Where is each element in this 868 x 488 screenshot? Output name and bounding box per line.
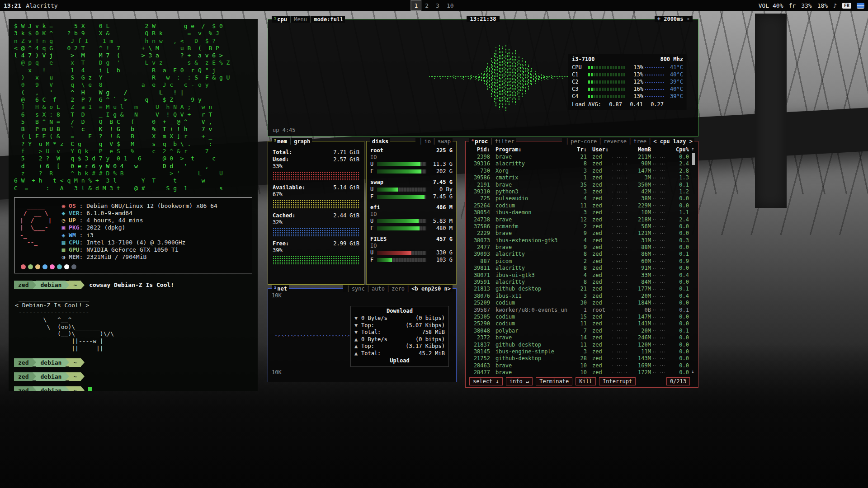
cpu-graph-bar (448, 76, 449, 79)
proc-row[interactable]: 2372brave14zed246M0.0 (469, 334, 689, 341)
dotted-leader (653, 317, 669, 318)
prompt-arrow-icon (66, 358, 69, 366)
workspace-button-10[interactable]: 10 (443, 0, 458, 11)
cpu-panel-name[interactable]: cpu (277, 16, 287, 23)
proc-row[interactable]: 21837github-desktop11zed120M0.0 (469, 342, 689, 348)
cpu-graph-bar (475, 75, 476, 79)
proc-row[interactable]: 2398brave21zed211M0.0 (469, 154, 689, 160)
scroll-up-icon[interactable]: ↑ (691, 146, 694, 152)
proc-row[interactable]: 38054ibus-daemon3zed10M1.1 (469, 209, 689, 216)
net-scale-top-label: 10K (272, 292, 282, 299)
system-monitor-window[interactable]: ¹ cpu │Menu│mode:full 13:21:38 + 2000ms … (268, 19, 698, 389)
proc-row[interactable]: 2229brave9zed121M0.0 (469, 230, 689, 237)
memory-panel[interactable]: ² mem │graph Total:7.71 GiBUsed:2.57 GiB… (268, 141, 364, 285)
scrollbar-thumb[interactable] (692, 153, 695, 165)
proc-row[interactable]: 39811alacritty8zed91M0.0 (469, 265, 689, 272)
tab-menu[interactable]: Menu (294, 16, 307, 23)
proc-row[interactable]: 39587kworker/u8:0-events_un1root0B0.1 (469, 307, 689, 314)
workspace-button-1[interactable]: 1 (410, 0, 421, 11)
tab-swap[interactable]: swap (438, 138, 451, 145)
speaker-icon[interactable]: ♪ (833, 2, 837, 9)
proc-row[interactable]: 25209codium30zed184M0.0 (469, 300, 689, 306)
disk-header-row: root225 G (370, 147, 453, 154)
disks-panel-title: disks (370, 138, 390, 145)
dotted-leader (653, 358, 669, 359)
action-select[interactable]: select ↓ (469, 377, 503, 385)
disks-panel[interactable]: disks │io│swap root225 GIOU11.3 GF202 Gs… (366, 141, 457, 285)
proc-row[interactable]: 25290codium11zed141M0.0 (469, 320, 689, 327)
network-panel-name[interactable]: net (277, 286, 287, 292)
proc-row[interactable]: 25305codium15zed147M0.0 (469, 314, 689, 320)
palette-dot-6 (64, 264, 69, 269)
tab-io[interactable]: io (424, 138, 430, 145)
memory-panel-key: ² (274, 138, 277, 145)
terminal-window[interactable]: $ W J v k = 5 X 0 L 2 W g e / $ 03 k $ 0… (9, 19, 258, 391)
tab-filter[interactable]: filter (495, 138, 514, 145)
tab-mode-full[interactable]: mode:full (314, 16, 343, 23)
tab-auto[interactable]: auto (372, 286, 385, 292)
proc-row[interactable]: 24738brave12zed218M2.4 (469, 216, 689, 223)
palette-dot-2 (35, 264, 40, 269)
disks-panel-name[interactable]: disks (372, 138, 388, 145)
tab-graph[interactable]: graph (294, 138, 310, 145)
disk-usage-row: F480 M (370, 225, 453, 232)
tab-per-core[interactable]: per-core (571, 138, 597, 145)
proc-row[interactable]: 38048polybar7zed20M0.1 (469, 328, 689, 334)
dotted-leader (645, 65, 664, 68)
dotted-leader (653, 289, 669, 290)
proc-row[interactable]: 39310python33zed42M1.2 (469, 188, 689, 195)
scroll-down-icon[interactable]: ↓ (691, 369, 694, 375)
tab-tree[interactable]: tree (633, 138, 646, 145)
shell-session[interactable]: zeddebian~cowsay Debian-Z Is Cool! _____… (9, 275, 258, 391)
load-average-label: Load AVG: (572, 101, 601, 108)
workspace-button-2[interactable]: 2 (421, 0, 432, 11)
dotted-leader (653, 150, 669, 150)
tab-separator: │ (385, 286, 392, 292)
action-kill[interactable]: Kill (576, 377, 596, 385)
prompt-arrow-icon (66, 386, 69, 391)
process-panel-name[interactable]: proc (475, 138, 488, 145)
layout-flag-badge[interactable]: FR (842, 3, 851, 9)
proc-row[interactable]: 21813github-desktop21zed177M0.1 (469, 286, 689, 292)
process-panel[interactable]: ⁴ proc │filter │per-core│reverse│tree│< … (465, 141, 698, 388)
proc-row[interactable]: 887picom2zed60M0.9 (469, 258, 689, 265)
refresh-interval-control[interactable]: + 2000ms - (655, 16, 693, 22)
tab-reverse[interactable]: reverse (604, 138, 627, 145)
tab-cpu-lazy[interactable]: < cpu lazy > (653, 138, 693, 145)
cpu-graph-bar (556, 76, 557, 79)
proc-row[interactable]: 39591alacritty8zed84M0.0 (469, 279, 689, 286)
proc-row[interactable]: 38145ibus-engine-simple3zed11M0.0 (469, 348, 689, 355)
disk-usage-row: U330 G (370, 249, 453, 256)
proc-row[interactable]: 39316alacritty8zed90M2.4 (469, 160, 689, 167)
proc-row[interactable]: 725pulseaudio4zed38M0.0 (469, 195, 689, 202)
proc-row[interactable]: 37586pcmanfm2zed56M0.0 (469, 223, 689, 230)
network-panel[interactable]: ³ net │sync│auto│zero│<b enp2s0 n> 10K 1… (268, 288, 457, 382)
tab-sync[interactable]: sync (352, 286, 365, 292)
proc-row[interactable]: 730Xorg3zed147M2.8 (469, 168, 689, 174)
proc-row[interactable]: 38073ibus-extension-gtk34zed31M0.3 (469, 237, 689, 244)
process-scrollbar[interactable]: ↑ ↓ (691, 146, 696, 375)
action-terminate[interactable]: Terminate (536, 377, 572, 385)
tab-zero[interactable]: zero (392, 286, 405, 292)
disk-usage-row: U11.3 G (370, 160, 453, 168)
workspace-button-3[interactable]: 3 (432, 0, 443, 11)
tab-b-enp2s0-n[interactable]: <b enp2s0 n> (411, 286, 451, 292)
proc-row[interactable]: 28477brave10zed172M0.0 (469, 369, 689, 375)
cpu-panel[interactable]: ¹ cpu │Menu│mode:full 13:21:38 + 2000ms … (268, 19, 698, 136)
memory-panel-name[interactable]: mem (277, 138, 287, 145)
proc-row[interactable]: 25264codium11zed229M0.0 (469, 202, 689, 209)
action-interrupt[interactable]: Interrupt (599, 377, 636, 385)
proc-row[interactable]: 2191brave35zed350M0.1 (469, 182, 689, 188)
action-info[interactable]: info ↵ (506, 377, 533, 385)
proc-row[interactable]: 39093alacritty8zed86M0.1 (469, 251, 689, 258)
tray-app-icon[interactable] (857, 3, 864, 9)
proc-row[interactable]: 39586cmatrix1zed3M1.3 (469, 174, 689, 181)
proc-row[interactable]: 28463brave10zed169M0.0 (469, 362, 689, 369)
dotted-leader (653, 254, 669, 255)
proc-row[interactable]: 38071ibus-ui-gtk34zed33M0.4 (469, 272, 689, 279)
proc-row[interactable]: 38076ibus-x113zed20M0.4 (469, 293, 689, 300)
proc-row[interactable]: 2477brave9zed88M0.0 (469, 244, 689, 251)
shell-prompt[interactable]: zeddebian~ (14, 386, 252, 391)
dotted-leader (613, 247, 627, 248)
proc-row[interactable]: 21752github-desktop28zed143M0.0 (469, 355, 689, 362)
